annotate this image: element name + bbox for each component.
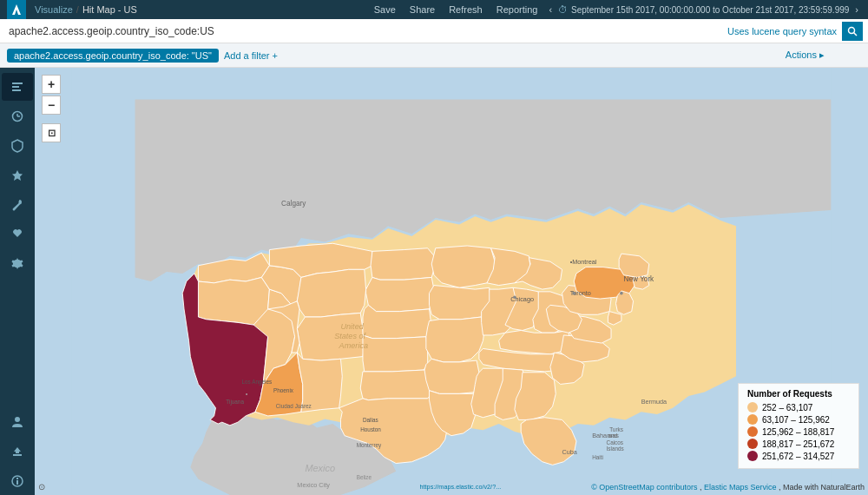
svg-text:Caicos: Caicos (607, 439, 623, 446)
legend-item-2: 63,107 – 125,962 (747, 414, 850, 425)
left-sidebar (0, 68, 35, 495)
clock-icon: ⏱ (558, 4, 568, 15)
share-button[interactable]: Share (404, 4, 440, 15)
map-controls: + − ⊡ (42, 75, 61, 142)
map-bottom-left: ⊙ (38, 482, 45, 492)
svg-text:Mexico: Mexico (305, 463, 335, 473)
svg-text:Monterrey: Monterrey (357, 442, 382, 449)
legend-color-3 (747, 426, 758, 437)
svg-line-2 (854, 32, 858, 36)
sidebar-item-favorites[interactable] (2, 221, 33, 248)
svg-marker-9 (12, 170, 23, 181)
refresh-button[interactable]: Refresh (444, 4, 488, 15)
svg-text:Calgary: Calgary (281, 200, 306, 208)
map-attribution: © OpenStreetMap contributors , Elastic M… (591, 483, 865, 492)
breadcrumb-separator: / (76, 4, 79, 15)
svg-point-27 (513, 295, 516, 299)
active-filter-tag[interactable]: apache2.access.geoip.country_iso_code: "… (7, 49, 219, 63)
actions-button[interactable]: Actions ▸ (786, 50, 825, 61)
time-range-display[interactable]: September 15th 2017, 00:00:00.000 to Oct… (571, 5, 849, 15)
svg-text:•Montreal: •Montreal (570, 258, 597, 266)
svg-text:Belize: Belize (357, 474, 372, 480)
svg-text:Los Angeles: Los Angeles (242, 379, 273, 386)
compass-icon: ⊙ (38, 482, 45, 492)
sidebar-item-user[interactable] (2, 408, 33, 436)
legend-color-2 (747, 414, 758, 425)
svg-text:Cuba: Cuba (562, 448, 578, 456)
svg-point-1 (849, 27, 855, 33)
legend-item-3: 125,962 – 188,817 (747, 426, 850, 437)
search-button[interactable] (842, 22, 863, 41)
legend-title: Number of Requests (747, 389, 850, 399)
svg-text:Houston: Houston (360, 426, 381, 432)
sidebar-item-security[interactable] (2, 132, 33, 160)
top-navbar: Visualize / Hit Map - US Save Share Refr… (0, 0, 868, 19)
main-content: New York •Montreal Toronto Chicago Unite… (0, 68, 868, 495)
svg-text:United: United (340, 322, 364, 331)
sidebar-item-discover[interactable] (2, 73, 33, 101)
sidebar-item-info[interactable] (2, 467, 33, 495)
svg-marker-13 (14, 447, 21, 453)
lucene-hint[interactable]: Uses lucene query syntax (727, 26, 837, 36)
openstreetmap-link[interactable]: © OpenStreetMap contributors (591, 483, 697, 492)
filter-bar: apache2.access.geoip.country_iso_code: "… (0, 43, 868, 68)
legend-range-5: 251,672 – 314,527 (762, 452, 834, 461)
svg-text:Haiti: Haiti (592, 454, 603, 460)
sidebar-item-import[interactable] (2, 438, 33, 465)
search-input[interactable] (5, 23, 727, 39)
zoom-in-button[interactable]: + (42, 75, 61, 94)
svg-text:New York: New York (624, 275, 654, 283)
legend-item-5: 251,672 – 314,527 (747, 451, 850, 461)
zoom-out-button[interactable]: − (42, 96, 61, 115)
map-legend: Number of Requests 252 – 63,107 63,107 –… (738, 383, 859, 469)
svg-text:Mexico City: Mexico City (297, 481, 330, 489)
svg-text:Bermuda: Bermuda (641, 398, 667, 406)
nav-forward-arrow[interactable]: › (852, 4, 861, 15)
svg-point-26 (572, 292, 575, 295)
legend-color-5 (747, 451, 758, 461)
save-button[interactable]: Save (369, 4, 401, 15)
sidebar-item-wrench[interactable] (2, 191, 33, 219)
svg-text:Phoenix: Phoenix (273, 387, 294, 393)
svg-text:•: • (246, 391, 247, 397)
sidebar-item-starred[interactable] (2, 162, 33, 189)
svg-rect-5 (12, 89, 21, 91)
map-container[interactable]: New York •Montreal Toronto Chicago Unite… (35, 68, 868, 495)
svg-rect-12 (13, 454, 22, 456)
legend-range-4: 188,817 – 251,672 (762, 439, 834, 449)
svg-text:Dallas: Dallas (363, 417, 378, 423)
legend-color-1 (747, 402, 758, 412)
svg-text:Turks: Turks (609, 426, 623, 432)
sidebar-item-settings[interactable] (2, 250, 33, 278)
search-bar: Uses lucene query syntax (0, 19, 868, 43)
svg-rect-4 (12, 86, 19, 88)
legend-color-4 (747, 439, 758, 449)
sidebar-item-time[interactable] (2, 102, 33, 130)
nav-back-arrow[interactable]: ‹ (546, 4, 555, 15)
svg-marker-0 (12, 4, 21, 15)
svg-rect-16 (16, 478, 18, 479)
svg-point-25 (620, 292, 623, 295)
svg-text:America: America (339, 341, 368, 350)
legend-range-2: 63,107 – 125,962 (762, 415, 830, 425)
svg-rect-15 (16, 480, 18, 485)
svg-text:Tijuana: Tijuana (226, 399, 244, 406)
legend-item-1: 252 – 63,107 (747, 402, 850, 412)
svg-text:and: and (608, 432, 617, 439)
legend-item-4: 188,817 – 251,672 (747, 439, 850, 449)
add-filter-button[interactable]: Add a filter + (224, 50, 278, 61)
svg-text:https://maps.elastic.co/v2/?..: https://maps.elastic.co/v2/?... (420, 483, 502, 491)
svg-point-11 (15, 417, 20, 422)
svg-text:States of: States of (334, 332, 366, 340)
legend-range-3: 125,962 – 188,817 (762, 427, 834, 437)
svg-text:Ciudad Juárez: Ciudad Juárez (276, 403, 312, 409)
page-title: Hit Map - US (82, 4, 137, 15)
reporting-button[interactable]: Reporting (491, 4, 543, 15)
fit-bounds-button[interactable]: ⊡ (42, 123, 61, 142)
svg-text:Islands: Islands (607, 446, 624, 452)
legend-range-1: 252 – 63,107 (762, 403, 812, 412)
svg-rect-3 (12, 82, 23, 84)
elastic-maps-link[interactable]: Elastic Maps Service (704, 483, 777, 492)
breadcrumb-visualize[interactable]: Visualize (35, 4, 73, 15)
app-logo (7, 0, 26, 19)
